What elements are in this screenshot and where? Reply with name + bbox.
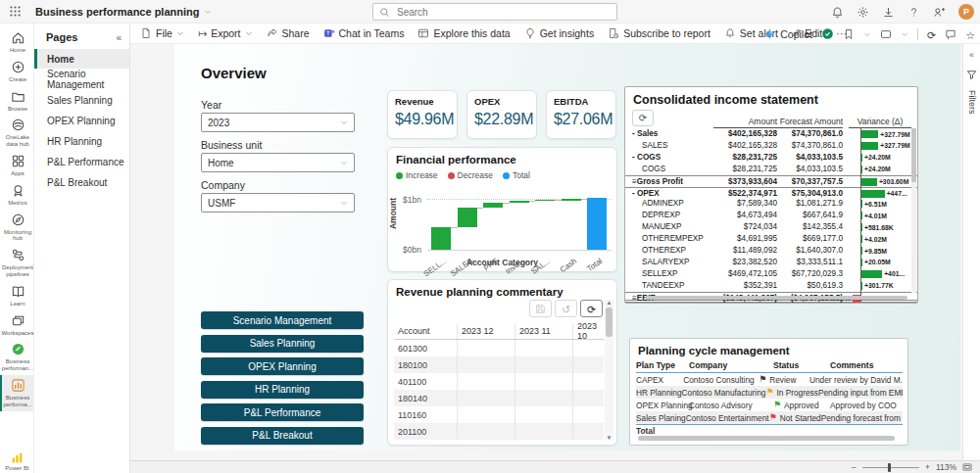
notifications-icon[interactable] [831, 6, 844, 19]
page-item-scenario-management[interactable]: Scenario Management [34, 70, 129, 89]
settings-icon[interactable] [857, 6, 869, 19]
comment-cell[interactable] [572, 356, 604, 373]
rail-item-onelake-data-hub[interactable]: OneLake data hub [0, 115, 33, 151]
rail-item-create[interactable]: Create [0, 57, 33, 86]
scroll-up-icon[interactable]: ▲ [607, 300, 612, 306]
download-icon[interactable] [882, 6, 895, 19]
rail-item-apps[interactable]: Apps [0, 151, 33, 180]
copilot-button[interactable]: Copilot [763, 27, 812, 40]
toolbar-export-button[interactable]: ↦Export [198, 27, 253, 39]
comment-cell[interactable] [514, 423, 572, 440]
comment-cell[interactable] [457, 406, 514, 423]
fit-to-page-icon[interactable] [962, 462, 972, 472]
bookmark-icon[interactable] [843, 28, 855, 40]
row-label[interactable]: - COGS [632, 153, 661, 162]
page-item-p-l-performance[interactable]: P&L Performance [34, 152, 129, 171]
avatar[interactable]: P [958, 4, 974, 20]
view-icon[interactable] [880, 28, 892, 40]
page-item-hr-planning[interactable]: HR Planning [34, 131, 129, 151]
save-button[interactable] [529, 300, 552, 317]
nav-button-p-l-performance[interactable]: P&L Performance [201, 403, 364, 421]
rail-item-business-performan-[interactable]: Business performan... [0, 339, 33, 375]
comment-cell[interactable] [572, 340, 604, 356]
toolbar-item-label: Export [211, 27, 240, 39]
row-label[interactable]: - Sales [632, 129, 658, 138]
chevron-down-icon[interactable] [901, 30, 908, 38]
toolbar-subscribe-to-report-button[interactable]: Subscribe to report [608, 27, 710, 39]
rail-item-metrics[interactable]: Metrics [0, 180, 33, 210]
waffle-menu-icon[interactable] [0, 5, 29, 18]
help-icon[interactable] [907, 6, 920, 19]
comment-cell[interactable] [572, 406, 604, 423]
horizontal-scrollbar[interactable] [645, 296, 907, 300]
row-label[interactable]: - OPEX [632, 189, 660, 198]
comment-cell[interactable] [457, 340, 514, 356]
column-header-forecast-amount: Forecast Amount [777, 117, 843, 128]
global-search[interactable] [372, 3, 617, 21]
toolbar-share-button[interactable]: Share [267, 27, 310, 39]
vertical-scrollbar[interactable] [911, 128, 916, 293]
comment-cell[interactable] [572, 390, 604, 406]
slicer-dropdown-business-unit[interactable]: Home [201, 153, 355, 172]
table-row: 180100 [394, 356, 604, 373]
app-title[interactable]: Business performance planning [35, 6, 212, 18]
comment-cell[interactable] [457, 356, 514, 373]
favorite-star-icon[interactable]: ☆ [965, 25, 975, 43]
chevron-down-icon[interactable] [863, 30, 871, 38]
toolbar-file-button[interactable]: File [140, 27, 184, 39]
comment-cell[interactable] [514, 340, 572, 356]
vertical-scrollbar[interactable]: ▲ ▼ [605, 300, 613, 441]
refresh-icon[interactable]: ⟳ [927, 25, 936, 43]
page-item-home[interactable]: Home [34, 49, 129, 69]
scrollbar-thumb[interactable] [606, 307, 612, 337]
comment-cell[interactable] [514, 390, 572, 406]
rail-item-business-performa-[interactable]: Business performa... [0, 375, 33, 411]
app-badge-icon[interactable] [821, 27, 834, 40]
refresh-button[interactable]: ⟳ [632, 110, 654, 126]
undo-button[interactable]: ↺ [555, 300, 577, 317]
scrollbar-thumb[interactable] [911, 128, 916, 182]
zoom-slider[interactable] [862, 467, 919, 468]
toolbar-explore-this-data-button[interactable]: Explore this data [417, 27, 510, 39]
page-item-sales-planning[interactable]: Sales Planning [34, 90, 129, 110]
scroll-down-icon[interactable]: ▼ [607, 435, 612, 441]
horizontal-scrollbar[interactable] [638, 436, 895, 441]
comment-cell[interactable] [514, 373, 572, 390]
zoom-in-icon[interactable]: + [925, 462, 930, 472]
search-input[interactable] [395, 6, 591, 19]
nav-button-p-l-breakout[interactable]: P&L Breakout [201, 427, 364, 445]
comment-cell[interactable] [457, 423, 514, 440]
comment-cell[interactable] [457, 390, 514, 406]
comment-cell[interactable] [457, 373, 514, 390]
comment-cell[interactable] [572, 423, 604, 440]
expand-filters-icon[interactable]: « [969, 50, 974, 60]
comment-cell[interactable] [514, 406, 572, 423]
share-contact-icon[interactable] [933, 6, 946, 19]
nav-button-sales-planning[interactable]: Sales Planning [201, 335, 364, 353]
slicer-dropdown-company[interactable]: USMF [201, 193, 355, 213]
rail-item-workspaces[interactable]: Workspaces [0, 310, 33, 340]
comment-cell[interactable] [572, 373, 604, 390]
page-item-p-l-breakout[interactable]: P&L Breakout [34, 172, 129, 192]
rail-item-learn[interactable]: Learn [0, 281, 33, 310]
comment-icon[interactable] [945, 28, 956, 40]
collapse-pages-icon[interactable]: « [116, 32, 122, 43]
filter-funnel-icon[interactable] [966, 70, 977, 80]
zoom-out-icon[interactable]: − [852, 462, 857, 472]
rail-item-deployment-pipelines[interactable]: Deployment pipelines [0, 245, 33, 281]
page-item-opex-planning[interactable]: OPEX Planning [34, 111, 129, 130]
rail-item-monitoring-hub[interactable]: Monitoring hub [0, 210, 33, 246]
rail-item-browse[interactable]: Browse [0, 86, 33, 116]
rail-item-home[interactable]: Home [0, 27, 33, 57]
nav-button-opex-planning[interactable]: OPEX Planning [201, 357, 364, 375]
slicer-dropdown-year[interactable]: 2023 [201, 113, 355, 132]
row-label[interactable]: ≡Gross Profit [632, 177, 683, 186]
forecast-cell: $75,304,913.0 [780, 189, 843, 198]
toolbar-chat-in-teams-button[interactable]: TChat in Teams [323, 27, 405, 39]
nav-button-hr-planning[interactable]: HR Planning [201, 381, 364, 399]
comment-cell[interactable] [514, 356, 572, 373]
refresh-button[interactable]: ⟳ [580, 300, 603, 317]
zoom-slider-thumb[interactable] [888, 463, 891, 472]
nav-button-scenario-management[interactable]: Scenario Management [201, 311, 364, 329]
toolbar-get-insights-button[interactable]: Get insights [524, 27, 594, 39]
